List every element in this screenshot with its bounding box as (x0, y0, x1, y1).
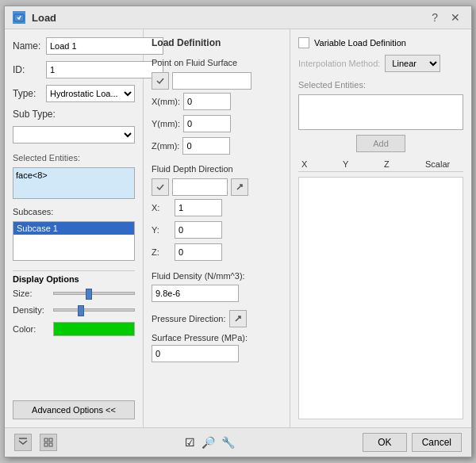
name-label: Name: (13, 40, 43, 52)
z-label: Z(mm): (152, 141, 179, 151)
sub-type-row: Sub Type: (13, 109, 135, 120)
dir-z-row: Z: (152, 243, 282, 261)
title-controls: ? ✕ (428, 11, 463, 24)
help-button[interactable]: ? (428, 11, 441, 24)
load-definition-title: Load Definition (152, 37, 282, 48)
point-check-icon[interactable] (152, 72, 169, 90)
point-input[interactable] (172, 72, 251, 90)
z-row: Z(mm): (152, 137, 282, 155)
table-body (298, 177, 463, 419)
checkmark-icon: ☑ (185, 436, 195, 449)
dialog-body: Name: ID: Type: Hydrostatic Loa... Sub T… (5, 29, 471, 427)
col-x-header: X (298, 159, 340, 170)
glasses-icon: 🔎 (202, 436, 215, 449)
close-button[interactable]: ✕ (447, 11, 463, 24)
dir-x-label: X: (152, 203, 171, 212)
bottom-center: ☑ 🔎 🔧 (185, 436, 235, 449)
color-row: Color: (13, 322, 135, 336)
size-slider-thumb[interactable] (86, 289, 92, 300)
dir-y-label: Y: (152, 225, 171, 235)
density-slider-thumb[interactable] (78, 305, 84, 316)
id-label: ID: (13, 64, 43, 75)
add-button[interactable]: Add (356, 135, 405, 152)
dir-x-input[interactable] (175, 199, 222, 216)
interpolation-label: Interpolation Method: (298, 59, 380, 68)
dir-y-input[interactable] (175, 221, 222, 239)
size-row: Size: (13, 289, 135, 298)
middle-panel: Load Definition Point on Fluid Surface X… (144, 29, 290, 427)
y-input[interactable] (183, 115, 231, 132)
dir-arrow-icon[interactable] (231, 178, 248, 196)
right-selected-entities-label: Selected Entities: (298, 80, 463, 90)
svg-rect-1 (44, 438, 48, 442)
density-label: Density: (13, 305, 48, 315)
z-input[interactable] (182, 137, 230, 155)
load-dialog: Load ? ✕ Name: ID: Type: Hydrostatic Loa… (4, 6, 472, 457)
subcases-label: Subcases: (13, 207, 135, 216)
expand-icon[interactable] (14, 434, 32, 451)
bottom-bar: ☑ 🔎 🔧 OK Cancel (5, 427, 471, 457)
variable-load-label: Variable Load Definition (314, 38, 406, 48)
color-label: Color: (13, 324, 48, 334)
svg-rect-3 (44, 443, 48, 446)
right-selected-entities-box (298, 94, 463, 130)
fluid-density-label: Fluid Density (N/mm^3): (152, 271, 245, 281)
dialog-title: Load (32, 12, 56, 24)
surface-pressure-input[interactable] (152, 345, 239, 362)
bottom-left (14, 434, 57, 451)
dir-x-row: X: (152, 199, 282, 216)
tools-icon: 🔧 (221, 436, 235, 449)
size-slider-track (53, 292, 135, 295)
subcases-box: Subcase 1 (13, 221, 135, 261)
interpolation-select[interactable]: Linear (385, 55, 440, 72)
left-panel: Name: ID: Type: Hydrostatic Loa... Sub T… (5, 29, 144, 427)
name-row: Name: (13, 37, 135, 55)
col-z-header: Z (381, 159, 422, 170)
type-label: Type: (13, 88, 43, 99)
dir-z-input[interactable] (175, 243, 222, 261)
dir-z-label: Z: (152, 247, 171, 257)
bottom-right: OK Cancel (363, 433, 462, 452)
sub-type-select[interactable] (13, 126, 135, 143)
title-bar-left: Load (13, 11, 56, 24)
pressure-direction-row: Pressure Direction: (152, 310, 282, 327)
subcase-item[interactable]: Subcase 1 (13, 222, 134, 235)
point-on-fluid-label: Point on Fluid Surface (152, 58, 282, 67)
x-label: X(mm): (152, 97, 180, 106)
type-select[interactable]: Hydrostatic Loa... (46, 85, 135, 102)
type-row: Type: Hydrostatic Loa... (13, 85, 135, 102)
variable-load-row: Variable Load Definition (298, 37, 463, 48)
pressure-direction-label: Pressure Direction: (152, 314, 226, 323)
color-swatch[interactable] (53, 322, 135, 336)
right-panel: Variable Load Definition Interpolation M… (290, 29, 471, 427)
interpolation-row: Interpolation Method: Linear (298, 55, 463, 72)
point-icon-row (152, 72, 282, 90)
col-scalar-header: Scalar (422, 159, 463, 170)
y-label: Y(mm): (152, 119, 180, 128)
col-y-header: Y (340, 159, 381, 170)
fluid-depth-label: Fluid Depth Direction (152, 164, 282, 174)
table-header: X Y Z Scalar (298, 157, 463, 172)
grid-icon[interactable] (40, 434, 57, 451)
dir-input[interactable] (172, 178, 228, 196)
advanced-options-button[interactable]: Advanced Options << (13, 400, 135, 419)
selected-entities-box: face<8> (13, 167, 135, 199)
svg-rect-2 (49, 438, 52, 442)
dialog-icon (13, 11, 25, 24)
surface-pressure-label: Surface Pressure (MPa): (152, 333, 248, 342)
title-bar: Load ? ✕ (5, 6, 471, 29)
variable-load-checkbox[interactable] (298, 37, 309, 48)
x-row: X(mm): (152, 93, 282, 110)
ok-button[interactable]: OK (363, 433, 406, 452)
svg-rect-4 (49, 443, 52, 446)
pressure-dir-arrow-icon[interactable] (229, 310, 247, 327)
cancel-button[interactable]: Cancel (412, 433, 462, 452)
dir-y-row: Y: (152, 221, 282, 239)
fluid-density-input[interactable] (152, 285, 239, 302)
dir-icon-row (152, 178, 282, 196)
y-row: Y(mm): (152, 115, 282, 132)
x-input[interactable] (183, 93, 231, 110)
id-row: ID: (13, 61, 135, 78)
dir-check-icon[interactable] (152, 178, 169, 196)
density-slider-track (53, 308, 135, 312)
